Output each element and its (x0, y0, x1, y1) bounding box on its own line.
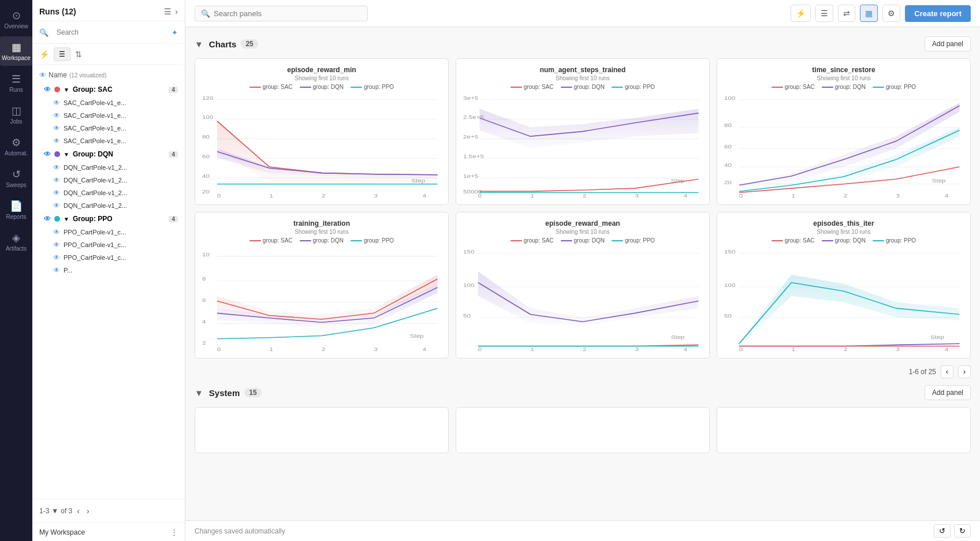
sidebar-item-jobs[interactable]: ◫ Jobs (0, 100, 32, 129)
run-ppo4-eye[interactable]: 👁 (53, 266, 60, 274)
run-dqn3-eye[interactable]: 👁 (53, 189, 60, 197)
pagination-dropdown[interactable]: ▼ (51, 507, 58, 515)
workspace-icon: ▦ (12, 41, 21, 54)
automations-icon: ⚙ (12, 136, 21, 149)
group-sac[interactable]: 👁 ▼ Group: SAC 4 (32, 83, 185, 96)
add-panel-button-system[interactable]: Add panel (925, 385, 971, 400)
run-sac-2[interactable]: 👁 SAC_CartPole-v1_e... (32, 109, 185, 122)
panel-search-input[interactable] (214, 9, 362, 18)
sweeps-icon: ↺ (12, 168, 21, 181)
run-ppo3-eye[interactable]: 👁 (53, 253, 60, 262)
sac-chevron[interactable]: ▼ (64, 87, 69, 93)
run-ppo1-eye[interactable]: 👁 (53, 228, 60, 236)
dqn-chevron[interactable]: ▼ (64, 151, 69, 158)
svg-text:2: 2 (844, 346, 848, 351)
undo-button[interactable]: ↺ (934, 524, 951, 538)
svg-text:4: 4 (684, 346, 688, 351)
charts-pagination: 1-6 of 25 ‹ › (195, 365, 971, 378)
collapse-charts-icon[interactable]: ▼ (195, 39, 203, 49)
run-sac-4[interactable]: 👁 SAC_CartPole-v1_e... (32, 135, 185, 147)
chart4-svg: 10 8 6 4 2 (202, 247, 441, 351)
add-panel-button-charts[interactable]: Add panel (925, 36, 971, 51)
sidebar-search-area: 🔍 ✦ (32, 21, 185, 44)
svg-text:4: 4 (202, 318, 206, 324)
run-sac3-eye[interactable]: 👁 (53, 124, 60, 132)
sidebar-item-runs[interactable]: ☰ Runs (0, 68, 32, 98)
legend5-ppo: group: PPO (612, 237, 655, 244)
run-sac-1[interactable]: 👁 SAC_CartPole-v1_e... (32, 96, 185, 109)
grid-view-btn[interactable]: ▦ (860, 5, 878, 22)
name-label: Name (49, 71, 67, 79)
system-chart-2 (456, 407, 710, 453)
chart6-legend: group: SAC group: DQN group: PPO (724, 237, 963, 244)
chart-type-btn-1[interactable]: ⚡ (791, 5, 811, 22)
sidebar-item-artifacts[interactable]: ◈ Artifacts (0, 227, 32, 256)
sort-icon[interactable]: ⇅ (75, 50, 82, 59)
legend6-sac: group: SAC (772, 237, 815, 244)
sidebar-item-overview[interactable]: ⊙ Overview (0, 5, 32, 34)
sidebar-item-reports[interactable]: 📄 Reports (0, 195, 32, 225)
charts-section-header: ▼ Charts 25 Add panel (195, 36, 971, 51)
sac-visibility-icon[interactable]: 👁 (44, 85, 51, 94)
system-section-header: ▼ System 15 Add panel (195, 385, 971, 400)
charts-prev-btn[interactable]: ‹ (941, 365, 953, 378)
svg-text:60: 60 (724, 143, 732, 150)
create-report-button[interactable]: Create report (905, 5, 971, 22)
sidebar-item-automations[interactable]: ⚙ Automat. (0, 132, 32, 161)
run-ppo-1[interactable]: 👁 PPO_CartPole-v1_c... (32, 226, 185, 238)
charts-next-btn[interactable]: › (958, 365, 971, 378)
chart4-subtitle: Showing first 10 runs (202, 229, 441, 235)
svg-text:20: 20 (202, 188, 210, 195)
run-dqn-3[interactable]: 👁 DQN_CartPole-v1_2... (32, 186, 185, 199)
run-ppo-4[interactable]: 👁 P... (32, 264, 185, 277)
group-dqn[interactable]: 👁 ▼ Group: DQN 4 (32, 147, 185, 161)
run-dqn1-eye[interactable]: 👁 (53, 163, 60, 171)
chart-type-btn-3[interactable]: ⇄ (838, 5, 855, 22)
run-dqn2-eye[interactable]: 👁 (53, 176, 60, 184)
magic-wand-icon[interactable]: ✦ (172, 28, 178, 37)
sidebar-item-sweeps[interactable]: ↺ Sweeps (0, 163, 32, 193)
run-dqn3-label: DQN_CartPole-v1_2... (64, 189, 127, 196)
table-icon[interactable]: ☰ (164, 7, 172, 16)
charts-grid: episode_reward_min Showing first 10 runs… (195, 58, 971, 359)
run-dqn1-label: DQN_CartPole-v1_2... (64, 164, 127, 171)
collapse-system-icon[interactable]: ▼ (195, 388, 203, 398)
run-ppo2-eye[interactable]: 👁 (53, 241, 60, 249)
search-input[interactable] (52, 26, 168, 39)
ppo-color-dot (54, 216, 60, 222)
redo-button[interactable]: ↻ (954, 524, 971, 538)
svg-text:60: 60 (202, 153, 210, 159)
expand-icon[interactable]: › (175, 7, 178, 16)
group-ppo[interactable]: 👁 ▼ Group: PPO 4 (32, 212, 185, 226)
chart-time-since-restore: time_since_restore Showing first 10 runs… (717, 58, 971, 205)
run-dqn-2[interactable]: 👁 DQN_CartPole-v1_2... (32, 174, 185, 186)
pagination-prev[interactable]: ‹ (74, 505, 82, 517)
left-navigation: ⊙ Overview ▦ Workspace ☰ Runs ◫ Jobs ⚙ A… (0, 0, 32, 541)
dqn-visibility-icon[interactable]: 👁 (44, 150, 51, 158)
workspace-menu-icon[interactable]: ⋮ (170, 528, 178, 536)
run-sac1-eye[interactable]: 👁 (53, 99, 60, 107)
run-dqn-4[interactable]: 👁 DQN_CartPole-v1_2... (32, 199, 185, 212)
run-ppo-2[interactable]: 👁 PPO_CartPole-v1_c... (32, 238, 185, 251)
chart1-legend: group: SAC group: DQN group: PPO (202, 84, 441, 90)
list-view-button[interactable]: ☰ (54, 47, 70, 61)
ppo-visibility-icon[interactable]: 👁 (44, 215, 51, 223)
run-sac-3[interactable]: 👁 SAC_CartPole-v1_e... (32, 122, 185, 135)
run-dqn4-eye[interactable]: 👁 (53, 202, 60, 210)
run-sac2-eye[interactable]: 👁 (53, 111, 60, 120)
run-sac4-eye[interactable]: 👁 (53, 137, 60, 145)
sidebar-item-workspace[interactable]: ▦ Workspace (0, 36, 32, 66)
svg-text:3: 3 (374, 346, 378, 351)
svg-text:1: 1 (791, 192, 795, 197)
svg-text:2: 2 (583, 346, 587, 351)
visibility-icon[interactable]: 👁 (39, 71, 46, 79)
chart-type-btn-2[interactable]: ☰ (815, 5, 833, 22)
legend6-ppo: group: PPO (873, 237, 916, 244)
pagination-next[interactable]: › (84, 505, 92, 517)
run-dqn-1[interactable]: 👁 DQN_CartPole-v1_2... (32, 161, 185, 174)
run-ppo-3[interactable]: 👁 PPO_CartPole-v1_c... (32, 251, 185, 264)
filter-icon[interactable]: ⚡ (39, 50, 49, 59)
ppo-chevron[interactable]: ▼ (64, 216, 69, 222)
chart3-svg: 100 80 60 40 20 (724, 94, 963, 197)
settings-btn[interactable]: ⚙ (882, 5, 900, 22)
